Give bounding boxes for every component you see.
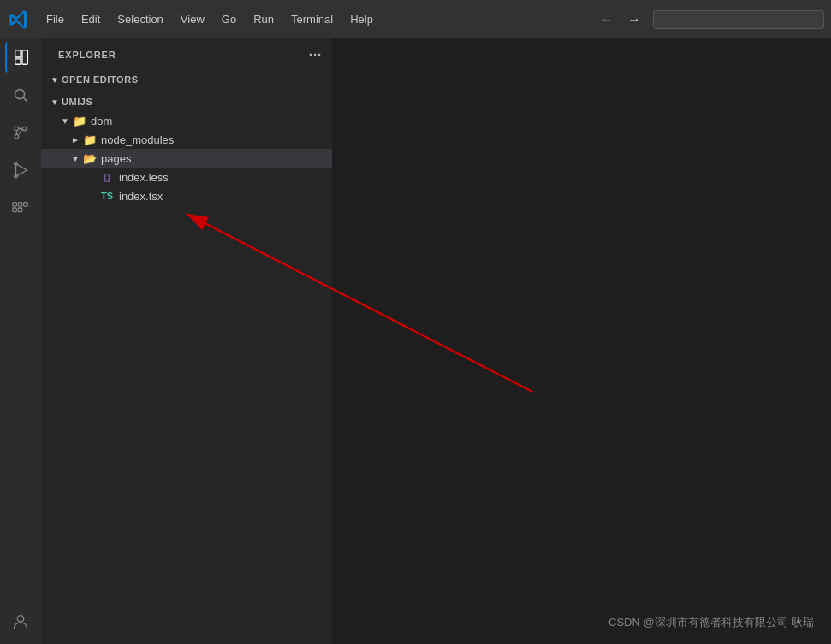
node-modules-label: node_modules — [101, 133, 174, 146]
svg-point-16 — [17, 616, 23, 622]
index-less-icon: {} — [99, 172, 115, 182]
forward-arrow[interactable]: → — [622, 10, 646, 29]
index-tsx-label: index.tsx — [119, 190, 163, 203]
open-editors-label: OPEN EDITORS — [62, 74, 139, 85]
umijs-chevron: ▼ — [48, 97, 62, 107]
menu-go[interactable]: Go — [213, 9, 245, 29]
menu-file[interactable]: File — [38, 9, 73, 29]
activity-explorer[interactable] — [5, 42, 36, 73]
svg-point-7 — [15, 134, 19, 139]
menu-run[interactable]: Run — [245, 9, 282, 29]
activity-bar-bottom — [5, 606, 36, 644]
activity-bar — [0, 38, 41, 644]
main-area: EXPLORER ··· ▼ OPEN EDITORS ▼ UMIJS ▼ 📁 … — [0, 38, 831, 644]
back-arrow[interactable]: ← — [595, 10, 619, 29]
node-modules-chevron: ► — [68, 135, 82, 145]
tree-item-pages[interactable]: ▼ 📂 pages — [41, 149, 332, 168]
svg-rect-1 — [15, 59, 21, 64]
menu-edit[interactable]: Edit — [73, 9, 109, 29]
dom-chevron: ▼ — [58, 116, 72, 126]
dom-folder-icon: 📁 — [72, 115, 87, 127]
pages-folder-icon: 📂 — [82, 152, 98, 165]
menu-help[interactable]: Help — [341, 9, 382, 29]
node-modules-folder-icon: 📁 — [82, 133, 98, 146]
svg-rect-11 — [13, 208, 17, 212]
activity-run-debug[interactable] — [5, 155, 36, 186]
svg-rect-14 — [18, 203, 22, 207]
tree-item-dom[interactable]: ▼ 📁 dom — [41, 111, 332, 130]
menubar: File Edit Selection View Go Run Terminal… — [0, 0, 831, 38]
svg-point-5 — [15, 127, 19, 131]
menu-terminal[interactable]: Terminal — [282, 9, 341, 29]
umijs-section: ▼ UMIJS ▼ 📁 dom ► 📁 node_modules ▼ 📂 pag… — [41, 91, 332, 207]
explorer-title: EXPLORER — [58, 50, 116, 60]
menu-view[interactable]: View — [172, 9, 213, 29]
open-editors-chevron: ▼ — [48, 75, 62, 85]
search-bar[interactable] — [653, 10, 824, 29]
svg-marker-8 — [16, 164, 27, 177]
svg-rect-15 — [24, 203, 28, 207]
more-options-icon[interactable]: ··· — [309, 47, 322, 62]
pages-label: pages — [101, 152, 131, 165]
svg-line-4 — [23, 97, 27, 101]
svg-rect-2 — [22, 50, 27, 65]
pages-chevron: ▼ — [68, 154, 82, 163]
vscode-logo — [7, 8, 31, 32]
sidebar-header-icons: ··· — [309, 47, 322, 62]
sidebar-header: EXPLORER ··· — [41, 38, 332, 68]
activity-extensions[interactable] — [5, 192, 36, 223]
sidebar: EXPLORER ··· ▼ OPEN EDITORS ▼ UMIJS ▼ 📁 … — [41, 38, 332, 644]
dom-label: dom — [91, 115, 112, 127]
activity-search[interactable] — [5, 80, 36, 110]
umijs-header[interactable]: ▼ UMIJS — [41, 92, 332, 111]
svg-rect-0 — [15, 50, 21, 57]
tree-item-node-modules[interactable]: ► 📁 node_modules — [41, 130, 332, 149]
svg-rect-13 — [13, 203, 17, 207]
watermark: CSDN @深圳市有德者科技有限公司-耿瑞 — [608, 615, 814, 630]
annotation-arrow-svg — [332, 38, 831, 644]
activity-source-control[interactable] — [5, 117, 36, 148]
tree-item-index-tsx[interactable]: ► TS index.tsx — [41, 186, 332, 205]
svg-point-6 — [22, 127, 27, 131]
nav-arrows: ← → — [595, 10, 646, 29]
menu-selection[interactable]: Selection — [109, 9, 171, 29]
open-editors-section: ▼ OPEN EDITORS — [41, 68, 332, 91]
tree-item-index-less[interactable]: ► {} index.less — [41, 168, 332, 186]
open-editors-header[interactable]: ▼ OPEN EDITORS — [41, 70, 332, 89]
index-less-label: index.less — [119, 171, 169, 184]
activity-accounts[interactable] — [5, 606, 36, 637]
editor-area: CSDN @深圳市有德者科技有限公司-耿瑞 — [332, 38, 831, 644]
index-tsx-icon: TS — [99, 191, 115, 201]
svg-rect-12 — [18, 208, 22, 212]
umijs-label: UMIJS — [62, 97, 92, 107]
